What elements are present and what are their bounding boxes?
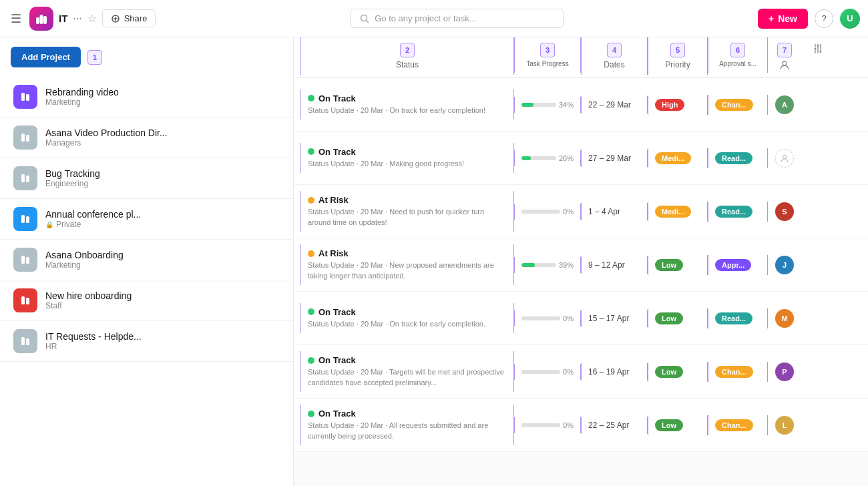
table-row[interactable]: On Track Status Update · 20 Mar · On tra…: [294, 78, 868, 132]
cell-status: On Track Status Update · 20 Mar · Making…: [300, 143, 514, 173]
cell-approval: Chan...: [708, 95, 768, 115]
table-row[interactable]: On Track Status Update · 20 Mar · All re…: [294, 399, 868, 452]
sidebar-item[interactable]: New hire onboarding Staff: [0, 280, 293, 321]
table-row[interactable]: On Track Status Update · 20 Mar · Making…: [294, 132, 868, 185]
sidebar-item[interactable]: IT Requests - Helpde... HR: [0, 321, 293, 362]
progress-bar: [521, 103, 556, 107]
progress-percent: 0%: [563, 421, 574, 429]
col-label-progress: Task Progress: [526, 60, 568, 67]
priority-badge: Medi...: [655, 206, 691, 218]
svg-rect-1: [40, 15, 43, 24]
avatar-empty: [775, 149, 794, 168]
status-description: Status Update · 20 Mar · New proposed am…: [308, 260, 507, 281]
col-header-status: 2 Status: [300, 37, 514, 75]
share-button[interactable]: Share: [102, 9, 156, 27]
cell-priority: Low: [648, 308, 708, 328]
user-avatar[interactable]: U: [840, 9, 860, 29]
svg-rect-13: [21, 256, 25, 264]
sidebar-item[interactable]: Bug Tracking Engineering: [0, 158, 293, 199]
progress-percent: 0%: [563, 368, 574, 376]
cell-progress: 34%: [514, 97, 581, 113]
project-category: Marketing: [45, 260, 124, 270]
table-row[interactable]: On Track Status Update · 20 Mar · On tra…: [294, 292, 868, 345]
cell-dates: 15 – 17 Apr: [581, 310, 648, 327]
priority-badge: Low: [655, 312, 683, 324]
project-icon: [13, 248, 37, 272]
col-badge-7: 7: [777, 43, 792, 57]
svg-rect-9: [21, 174, 25, 182]
grid-body: On Track Status Update · 20 Mar · On tra…: [294, 78, 868, 452]
svg-point-19: [783, 61, 787, 65]
status-label: At Risk: [318, 195, 349, 205]
approval-badge: Appr...: [715, 259, 751, 271]
sidebar-item[interactable]: Rebranding video Marketing: [0, 77, 293, 117]
col-header-dates: 4 Dates: [581, 37, 648, 75]
project-category: 🔒 Private: [45, 220, 141, 229]
sidebar-item[interactable]: Asana Video Production Dir... Managers: [0, 117, 293, 158]
status-dot: [308, 357, 314, 364]
date-range: 15 – 17 Apr: [588, 314, 629, 323]
cell-dates: 1 – 4 Apr: [581, 203, 648, 220]
status-description: Status Update · 20 Mar · On track for ea…: [308, 319, 485, 329]
svg-point-20: [815, 48, 817, 50]
favorite-icon[interactable]: ☆: [87, 12, 97, 25]
status-line: On Track: [308, 147, 356, 157]
project-info: Asana Onboarding Marketing: [45, 250, 124, 270]
col-badge-5: 5: [670, 43, 685, 57]
table-row[interactable]: At Risk Status Update · 20 Mar · New pro…: [294, 238, 868, 292]
cell-priority: High: [648, 95, 708, 115]
new-button[interactable]: + New: [758, 9, 808, 29]
project-category: Engineering: [45, 179, 100, 188]
search-placeholder: Go to any project or task...: [375, 13, 476, 23]
col-label-dates: Dates: [604, 60, 624, 69]
sidebar-badge-1: 1: [87, 50, 102, 65]
sidebar-project-list: Rebranding video Marketing Asana Video P…: [0, 77, 293, 362]
content-area: 2 Status 3 Task Progress 4 Dates 5 Prior…: [294, 37, 868, 486]
more-options-icon[interactable]: ···: [73, 13, 81, 25]
progress-percent: 26%: [559, 154, 574, 162]
col-label-priority: Priority: [665, 60, 690, 69]
cell-status: At Risk Status Update · 20 Mar · Need to…: [300, 191, 514, 232]
cell-status: On Track Status Update · 20 Mar · All re…: [300, 405, 514, 445]
project-icon: [13, 166, 37, 190]
priority-badge: Medi...: [655, 152, 691, 164]
avatar: M: [775, 309, 794, 328]
sidebar-header: Add Project 1: [0, 37, 293, 77]
col-header-filter[interactable]: [801, 37, 835, 60]
add-project-button[interactable]: Add Project: [11, 47, 81, 67]
table-row[interactable]: On Track Status Update · 20 Mar · Target…: [294, 345, 868, 399]
cell-priority: Medi...: [648, 202, 708, 222]
cell-dates: 22 – 29 Mar: [581, 96, 648, 113]
progress-bar: [521, 263, 556, 267]
svg-rect-15: [21, 296, 25, 304]
status-line: On Track: [308, 355, 356, 365]
sidebar-item[interactable]: Annual conference pl... 🔒 Private: [0, 199, 293, 240]
svg-point-29: [783, 155, 787, 158]
cell-progress: 0%: [514, 417, 581, 433]
cell-approval: Appr...: [708, 255, 768, 275]
table-row[interactable]: At Risk Status Update · 20 Mar · Need to…: [294, 185, 868, 238]
cell-progress: 0%: [514, 310, 581, 326]
cell-assignee: M: [768, 305, 801, 332]
col-badge-2: 2: [400, 43, 415, 57]
avatar: S: [775, 202, 794, 221]
svg-rect-0: [36, 17, 39, 24]
sidebar-item[interactable]: Asana Onboarding Marketing: [0, 240, 293, 280]
status-label: On Track: [318, 307, 356, 317]
cell-dates: 9 – 12 Apr: [581, 256, 648, 274]
avatar: A: [775, 95, 794, 114]
date-range: 22 – 25 Apr: [588, 421, 629, 430]
cell-assignee: P: [768, 358, 801, 385]
project-category: Staff: [45, 301, 132, 310]
svg-point-22: [820, 51, 822, 53]
search-bar[interactable]: Go to any project or task...: [350, 9, 564, 28]
svg-rect-10: [26, 176, 29, 182]
menu-icon[interactable]: ☰: [8, 9, 24, 29]
status-dot: [308, 308, 314, 315]
sidebar: Add Project 1 Rebranding video Marketing…: [0, 37, 294, 486]
cell-approval: Read...: [708, 148, 768, 168]
col-header-assignee: 7: [768, 37, 801, 77]
progress-fill: [521, 103, 533, 107]
help-icon[interactable]: ?: [815, 9, 833, 28]
progress-fill: [521, 263, 535, 267]
